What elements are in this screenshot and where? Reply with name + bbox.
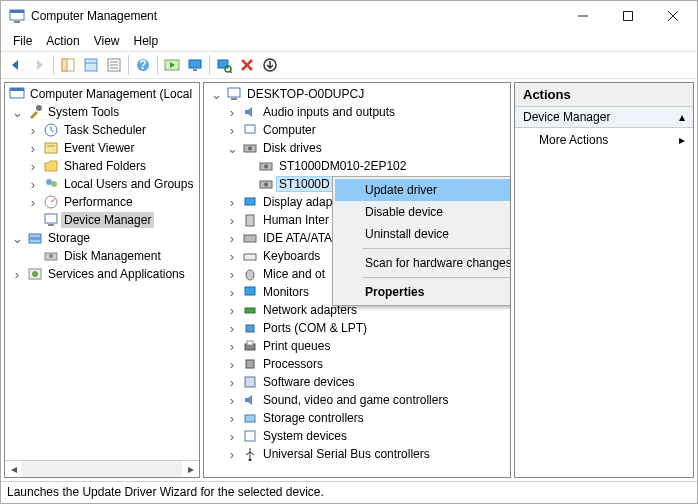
expand-icon[interactable]: › [224, 284, 240, 300]
properties-button[interactable] [103, 54, 125, 76]
enable-button[interactable] [259, 54, 281, 76]
display-label: Display adap [260, 194, 335, 210]
expand-icon[interactable]: › [224, 248, 240, 264]
context-menu: Update driver Disable device Uninstall d… [332, 176, 511, 306]
menu-view[interactable]: View [88, 33, 126, 49]
cat-usb[interactable]: ›Universal Serial Bus controllers [204, 445, 510, 463]
svg-rect-1 [10, 10, 24, 13]
ctx-properties[interactable]: Properties [335, 281, 511, 303]
cat-sysdev[interactable]: ›System devices [204, 427, 510, 445]
back-button[interactable] [5, 54, 27, 76]
svg-rect-65 [246, 360, 254, 368]
menu-help[interactable]: Help [128, 33, 165, 49]
cat-storagectrl[interactable]: ›Storage controllers [204, 409, 510, 427]
printer-icon [242, 338, 258, 354]
collapse-icon[interactable]: ⌄ [224, 140, 240, 156]
expand-icon[interactable]: › [224, 338, 240, 354]
toolbar-view-button[interactable] [80, 54, 102, 76]
svg-rect-64 [247, 341, 253, 345]
svg-rect-9 [85, 59, 97, 71]
cat-computer[interactable]: ›Computer [204, 121, 510, 139]
svg-point-45 [32, 271, 38, 277]
cat-sound[interactable]: ›Sound, video and game controllers [204, 391, 510, 409]
users-icon [43, 176, 59, 192]
expand-icon[interactable]: › [25, 194, 41, 210]
tree-task-scheduler[interactable]: › Task Scheduler [5, 121, 199, 139]
cat-softdev[interactable]: ›Software devices [204, 373, 510, 391]
cat-disk-drives[interactable]: ⌄Disk drives [204, 139, 510, 157]
softdev-label: Software devices [260, 374, 357, 390]
left-tree[interactable]: Computer Management (Local ⌄ System Tool… [5, 83, 199, 460]
mouse-icon [242, 266, 258, 282]
keyboard-icon [242, 248, 258, 264]
show-hide-tree-button[interactable] [57, 54, 79, 76]
actions-panel[interactable]: Device Manager ▴ [515, 107, 693, 128]
disk-item-1[interactable]: ST1000DM010-2EP102 [204, 157, 510, 175]
storage-icon [27, 230, 43, 246]
scroll-right-icon[interactable]: ▸ [182, 461, 199, 477]
minimize-button[interactable] [560, 2, 605, 31]
tree-disk-management[interactable]: Disk Management [5, 247, 199, 265]
device-manager-icon [43, 212, 59, 228]
tree-system-tools[interactable]: ⌄ System Tools [5, 103, 199, 121]
expand-icon[interactable]: › [25, 122, 41, 138]
expand-icon[interactable]: › [224, 374, 240, 390]
tree-shared-folders[interactable]: › Shared Folders [5, 157, 199, 175]
scroll-track[interactable] [22, 461, 182, 477]
expand-icon[interactable]: › [224, 446, 240, 462]
tree-storage[interactable]: ⌄ Storage [5, 229, 199, 247]
ctx-update-driver[interactable]: Update driver [335, 179, 511, 201]
collapse-icon[interactable]: ⌄ [208, 86, 224, 102]
toolbar-monitor-icon[interactable] [184, 54, 206, 76]
ctx-separator [363, 277, 511, 278]
expand-icon[interactable]: › [224, 266, 240, 282]
sound-label: Sound, video and game controllers [260, 392, 451, 408]
forward-button[interactable] [28, 54, 50, 76]
close-button[interactable] [650, 2, 695, 31]
maximize-button[interactable] [605, 2, 650, 31]
expand-icon[interactable]: › [224, 320, 240, 336]
expand-icon[interactable]: › [224, 122, 240, 138]
expand-icon[interactable]: › [224, 194, 240, 210]
tree-device-manager[interactable]: Device Manager [5, 211, 199, 229]
expand-icon[interactable]: › [224, 392, 240, 408]
uninstall-button[interactable] [236, 54, 258, 76]
expand-icon[interactable]: › [224, 428, 240, 444]
expand-icon[interactable]: › [25, 176, 41, 192]
storage-label: Storage [45, 230, 93, 246]
cat-audio[interactable]: ›Audio inputs and outputs [204, 103, 510, 121]
collapse-icon[interactable]: ⌄ [9, 230, 25, 246]
expand-icon[interactable]: › [9, 266, 25, 282]
horizontal-scrollbar[interactable]: ◂ ▸ [5, 460, 199, 477]
tree-services-apps[interactable]: › Services and Applications [5, 265, 199, 283]
help-button[interactable]: ? [132, 54, 154, 76]
device-root[interactable]: ⌄ DESKTOP-O0DUPCJ [204, 85, 510, 103]
menu-action[interactable]: Action [40, 33, 85, 49]
ctx-scan-hardware[interactable]: Scan for hardware changes [335, 252, 511, 274]
menu-file[interactable]: File [7, 33, 38, 49]
expand-icon[interactable]: › [224, 302, 240, 318]
expand-icon[interactable]: › [25, 140, 41, 156]
tree-root[interactable]: Computer Management (Local [5, 85, 199, 103]
tree-event-viewer[interactable]: › Event Viewer [5, 139, 199, 157]
cat-ports[interactable]: ›Ports (COM & LPT) [204, 319, 510, 337]
expand-icon[interactable]: › [224, 230, 240, 246]
ctx-disable-device[interactable]: Disable device [335, 201, 511, 223]
svg-rect-48 [245, 125, 255, 133]
cat-printq[interactable]: ›Print queues [204, 337, 510, 355]
collapse-icon[interactable]: ⌄ [9, 104, 25, 120]
tree-performance[interactable]: › Performance [5, 193, 199, 211]
toolbar-icon-1[interactable] [161, 54, 183, 76]
cat-processors[interactable]: ›Processors [204, 355, 510, 373]
performance-label: Performance [61, 194, 136, 210]
actions-more[interactable]: More Actions ▸ [515, 128, 693, 152]
expand-icon[interactable]: › [224, 104, 240, 120]
tree-local-users[interactable]: › Local Users and Groups [5, 175, 199, 193]
expand-icon[interactable]: › [224, 356, 240, 372]
scan-hardware-button[interactable] [213, 54, 235, 76]
ctx-uninstall-device[interactable]: Uninstall device [335, 223, 511, 245]
expand-icon[interactable]: › [224, 212, 240, 228]
expand-icon[interactable]: › [25, 158, 41, 174]
scroll-left-icon[interactable]: ◂ [5, 461, 22, 477]
expand-icon[interactable]: › [224, 410, 240, 426]
